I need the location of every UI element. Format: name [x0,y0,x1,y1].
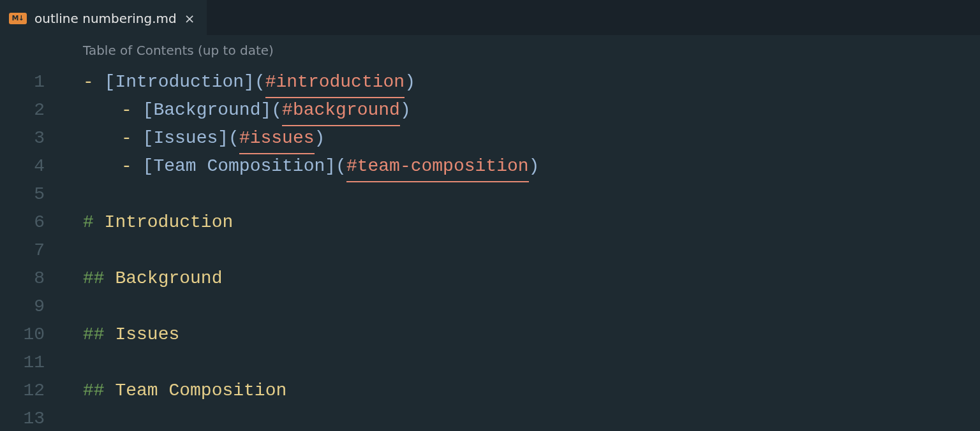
tab-outline-numbering[interactable]: M↓ outline numbering.md × [0,0,207,35]
bracket-open: [ [143,152,154,180]
line-number: 11 [0,349,64,377]
toc-anchor: #background [282,96,400,126]
line-number: 4 [0,152,64,180]
line-number: 3 [0,124,64,152]
toc-bullet: - [121,124,143,152]
code-line[interactable]: 8 ## Background [0,265,980,293]
code-line[interactable]: 6 # Introduction [0,208,980,237]
code-line[interactable]: 9 [0,293,980,321]
line-number: 6 [0,208,64,237]
bracket-close: ] [218,124,228,152]
codelens-toc-status[interactable]: Table of Contents (up to date) [83,43,274,58]
toc-bullet: - [121,96,143,124]
line-number: 13 [0,405,64,431]
code-line[interactable]: 10 ## Issues [0,321,980,349]
code-line[interactable]: 5 [0,180,980,208]
code-line[interactable]: 4 - [ Team Composition ] ( #team-composi… [0,152,980,180]
line-number: 12 [0,377,64,405]
toc-link-text: Introduction [115,68,244,96]
paren-open: ( [228,124,239,152]
line-number: 2 [0,96,64,124]
heading-text: Background [115,265,222,293]
heading-text: Team Composition [115,377,286,405]
paren-close: ) [405,68,415,96]
line-number: 10 [0,321,64,349]
code-line[interactable]: 13 [0,405,980,431]
line-number: 5 [0,180,64,208]
heading-hash: ## [83,321,115,349]
editor-area[interactable]: Table of Contents (up to date) 1 - [ Int… [0,35,980,431]
paren-close: ) [529,152,540,180]
toc-link-text: Background [153,96,260,124]
bracket-open: [ [143,124,154,152]
toc-bullet: - [83,68,105,96]
code-lines: 1 - [ Introduction ] ( #introduction ) 2… [0,47,980,431]
paren-close: ) [315,124,325,152]
bracket-close: ] [260,96,271,124]
tab-filename: outline numbering.md [34,11,177,26]
toc-bullet: - [121,152,143,180]
heading-text: Issues [115,321,179,349]
line-number: 7 [0,237,64,265]
close-icon[interactable]: × [184,12,195,25]
paren-open: ( [336,152,346,180]
line-number: 9 [0,293,64,321]
bracket-open: [ [143,96,154,124]
bracket-open: [ [105,68,115,96]
heading-hash: # [83,208,105,237]
toc-anchor: #issues [239,124,315,154]
markdown-icon: M↓ [9,13,27,24]
toc-link-text: Team Composition [153,152,325,180]
toc-anchor: #team-composition [346,152,529,182]
code-line[interactable]: 3 - [ Issues ] ( #issues ) [0,124,980,152]
code-line[interactable]: 2 - [ Background ] ( #background ) [0,96,980,124]
bracket-close: ] [325,152,336,180]
toc-link-text: Issues [153,124,218,152]
code-line[interactable]: 1 - [ Introduction ] ( #introduction ) [0,68,980,96]
heading-hash: ## [83,377,115,405]
heading-text: Introduction [105,208,234,237]
heading-hash: ## [83,265,115,293]
paren-open: ( [271,96,282,124]
code-line[interactable]: 12 ## Team Composition [0,377,980,405]
code-line[interactable]: 11 [0,349,980,377]
paren-open: ( [255,68,265,96]
tab-bar: M↓ outline numbering.md × [0,0,980,35]
code-line[interactable]: 7 [0,237,980,265]
bracket-close: ] [244,68,255,96]
paren-close: ) [400,96,411,124]
toc-anchor: #introduction [265,68,405,98]
line-number: 1 [0,68,64,96]
line-number: 8 [0,265,64,293]
